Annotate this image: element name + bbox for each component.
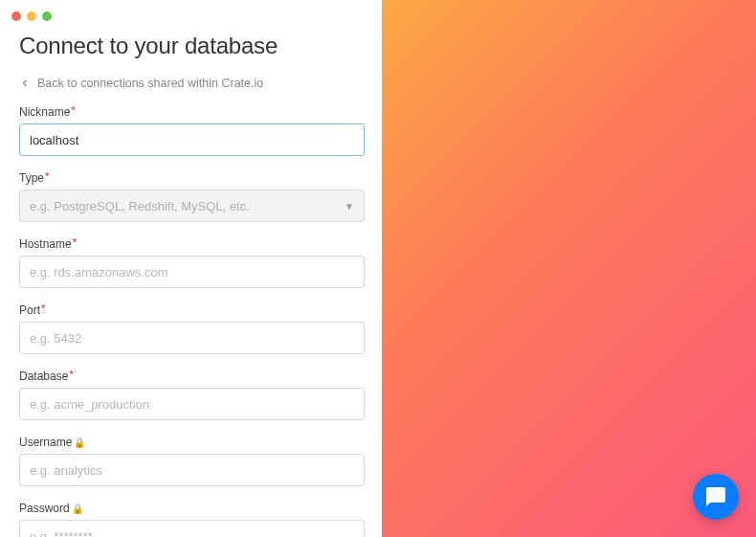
chevron-down-icon: ▼: [345, 201, 354, 212]
password-label: Password🔒: [19, 502, 365, 515]
lock-icon: 🔒: [72, 503, 83, 514]
minimize-icon[interactable]: [27, 11, 36, 21]
hostname-label: Hostname*: [19, 237, 365, 251]
back-label: Back to connections shared within Crate.…: [37, 77, 263, 90]
password-input[interactable]: [19, 520, 365, 537]
field-port: Port*: [19, 303, 365, 354]
field-username: Username🔒: [19, 436, 365, 486]
field-database: Database*: [19, 369, 365, 420]
back-link[interactable]: Back to connections shared within Crate.…: [19, 77, 365, 90]
field-type: Type* e.g. PostgreSQL, Redshift, MySQL, …: [19, 171, 365, 222]
chat-button[interactable]: [693, 474, 739, 520]
field-nickname: Nickname*: [19, 105, 365, 156]
field-password: Password🔒: [19, 502, 365, 537]
username-label: Username🔒: [19, 436, 365, 449]
app-window: Connect to your database Back to connect…: [0, 0, 756, 537]
type-select[interactable]: e.g. PostgreSQL, Redshift, MySQL, etc. ▼: [19, 190, 365, 222]
hostname-input[interactable]: [19, 256, 365, 288]
type-label: Type*: [19, 171, 365, 185]
page-title: Connect to your database: [19, 33, 365, 59]
database-input[interactable]: [19, 388, 365, 420]
field-hostname: Hostname*: [19, 237, 365, 288]
arrow-left-icon: [19, 78, 31, 89]
username-input[interactable]: [19, 454, 365, 486]
window-controls: [0, 8, 382, 21]
form-panel: Connect to your database Back to connect…: [0, 0, 382, 537]
chat-icon: [704, 485, 727, 508]
database-label: Database*: [19, 369, 365, 383]
maximize-icon[interactable]: [42, 11, 52, 21]
gradient-panel: [382, 0, 756, 537]
port-input[interactable]: [19, 322, 365, 354]
port-label: Port*: [19, 303, 365, 317]
close-icon[interactable]: [11, 11, 21, 21]
content: Connect to your database Back to connect…: [0, 21, 382, 537]
type-placeholder: e.g. PostgreSQL, Redshift, MySQL, etc.: [30, 199, 250, 213]
nickname-label: Nickname*: [19, 105, 365, 119]
nickname-input[interactable]: [19, 123, 365, 156]
lock-icon: 🔒: [74, 437, 85, 448]
